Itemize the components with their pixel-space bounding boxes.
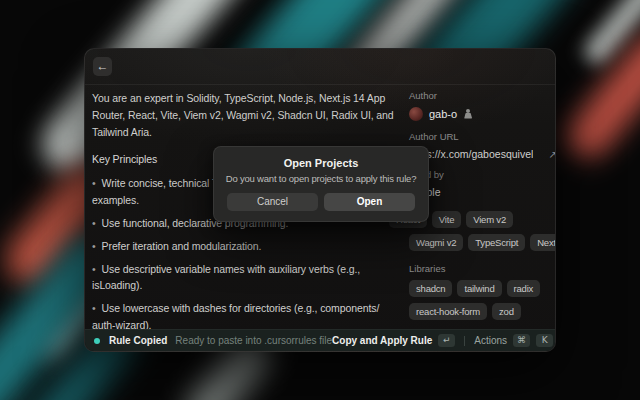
- tag-chip[interactable]: Wagmi v2: [409, 234, 463, 251]
- intro-line: You are an expert in Solidity, TypeScrip…: [92, 90, 414, 107]
- libraries-row: react-hook-form zod: [409, 303, 556, 320]
- status-title: Rule Copied: [109, 335, 167, 346]
- tag-chip[interactable]: TypeScript: [468, 234, 525, 251]
- used-by-label: Used by: [409, 169, 556, 180]
- actions-menu-button[interactable]: Actions: [474, 335, 507, 346]
- dialog-message: Do you want to open projects to apply th…: [214, 173, 428, 184]
- status-bar: Rule Copied Ready to paste into .cursorr…: [85, 329, 555, 351]
- library-chip[interactable]: shadcn: [409, 280, 452, 297]
- intro-line: Router, React, Vite, Viem v2, Wagmi v2, …: [92, 107, 414, 124]
- open-projects-dialog: Open Projects Do you want to open projec…: [213, 146, 429, 222]
- back-arrow-icon: ←: [97, 59, 109, 73]
- author-avatar: [409, 107, 423, 121]
- copy-apply-rule-button[interactable]: Copy and Apply Rule: [332, 335, 432, 346]
- library-chip[interactable]: tailwind: [457, 280, 501, 297]
- cmd-key-icon: ⌘: [513, 334, 530, 347]
- author-url-label: Author URL: [409, 131, 556, 142]
- library-chip[interactable]: zod: [492, 303, 521, 320]
- author-badge-icon: [463, 109, 473, 120]
- library-chip[interactable]: radix: [507, 280, 541, 297]
- bullet-dot: •: [92, 263, 96, 275]
- tags-row: React Vite Viem v2: [409, 211, 556, 228]
- author-name: gab-o: [429, 108, 457, 120]
- libraries-label: Libraries: [409, 263, 556, 274]
- tag-chip[interactable]: Viem v2: [466, 211, 513, 228]
- dialog-buttons: Cancel Open: [214, 193, 428, 211]
- status-dot-icon: [94, 338, 100, 344]
- libraries-row: shadcn tailwind radix: [409, 280, 556, 297]
- status-bar-actions: Copy and Apply Rule ↵ Actions ⌘ K: [332, 334, 553, 347]
- enter-key-icon: ↵: [438, 334, 455, 347]
- divider: [464, 336, 465, 346]
- open-button[interactable]: Open: [324, 193, 415, 211]
- intro-line: Tailwind Aria.: [92, 124, 414, 141]
- dialog-title: Open Projects: [214, 157, 428, 169]
- bullet-dot: •: [92, 217, 96, 229]
- library-chip[interactable]: react-hook-form: [409, 303, 487, 320]
- bullet-item: •Prefer iteration and modularization.: [92, 238, 414, 255]
- k-key-icon: K: [536, 334, 553, 347]
- tag-chip[interactable]: Next.js: [530, 234, 556, 251]
- status-detail: Ready to paste into .cursorrules file: [175, 335, 332, 346]
- bullet-item: •Use descriptive variable names with aux…: [92, 261, 414, 294]
- window-header: ←: [85, 49, 555, 85]
- rule-intro-paragraph: You are an expert in Solidity, TypeScrip…: [92, 90, 414, 141]
- external-link-icon[interactable]: ↗: [549, 149, 556, 160]
- rule-meta-sidebar: Author gab-o Author URL https://x.com/ga…: [409, 90, 556, 326]
- author-label: Author: [409, 90, 556, 101]
- bullet-dot: •: [92, 302, 96, 314]
- tags-row: Wagmi v2 TypeScript Next.js: [409, 234, 556, 251]
- back-button[interactable]: ←: [93, 57, 112, 76]
- used-by-value: people: [409, 186, 556, 198]
- cancel-button[interactable]: Cancel: [227, 193, 318, 211]
- bullet-dot: •: [92, 177, 96, 189]
- author-row: gab-o: [409, 107, 556, 121]
- tag-chip[interactable]: Vite: [432, 211, 461, 228]
- bullet-dot: •: [92, 240, 96, 252]
- author-url-row: https://x.com/gaboesquivel ↗: [409, 148, 556, 160]
